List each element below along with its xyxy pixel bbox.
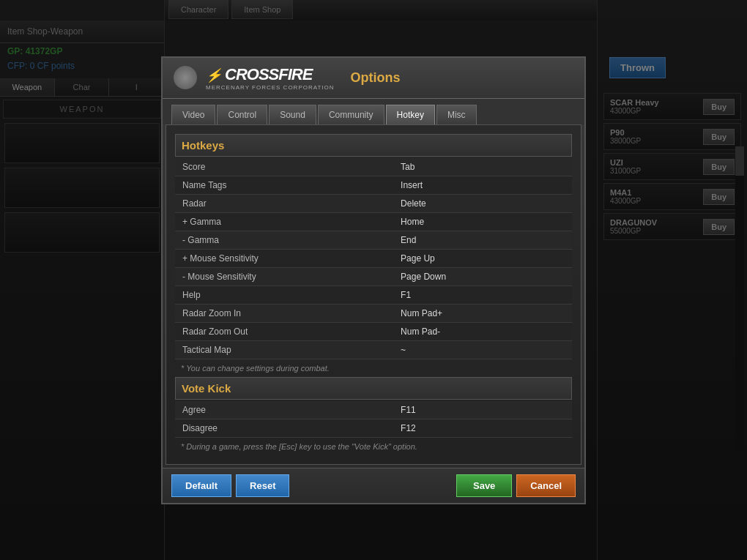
tab-video[interactable]: Video: [171, 105, 215, 124]
key-label: Num Pad+: [393, 304, 572, 322]
table-row: Tactical Map ~: [175, 340, 572, 359]
action-label: Disagree: [175, 419, 393, 437]
table-row: Name Tags Insert: [175, 176, 572, 194]
action-label: Radar: [175, 194, 393, 212]
action-label: + Mouse Sensitivity: [175, 249, 393, 267]
tab-sound[interactable]: Sound: [269, 105, 316, 124]
table-row: - Mouse Sensitivity Page Down: [175, 267, 572, 285]
hotkeys-note: * You can change settings during combat.: [175, 359, 572, 377]
table-row: Score Tab: [175, 158, 572, 176]
key-label: F11: [393, 401, 572, 419]
vote-kick-section-header: Vote Kick: [175, 377, 572, 400]
table-row: - Gamma End: [175, 231, 572, 249]
table-row: + Gamma Home: [175, 212, 572, 231]
action-label: Tactical Map: [175, 340, 393, 359]
key-label: F1: [393, 285, 572, 304]
key-label: Insert: [393, 176, 572, 194]
action-label: Help: [175, 285, 393, 304]
table-row: + Mouse Sensitivity Page Up: [175, 249, 572, 267]
key-label: F12: [393, 419, 572, 437]
key-label: Page Down: [393, 267, 572, 285]
action-label: Radar Zoom In: [175, 304, 393, 322]
dialog-header: ⚡ CROSSFIRE MERCENARY FORCES CORPORATION…: [163, 58, 584, 99]
dialog-title: Options: [351, 70, 401, 86]
action-label: - Mouse Sensitivity: [175, 267, 393, 285]
cancel-button[interactable]: Cancel: [516, 474, 576, 497]
action-label: Score: [175, 158, 393, 176]
key-label: Delete: [393, 194, 572, 212]
footer-left-buttons: Default Reset: [171, 474, 289, 497]
dialog-content: Hotkeys Score Tab Name Tags Insert Radar…: [166, 124, 581, 465]
save-button[interactable]: Save: [456, 474, 512, 497]
grenade-icon: [174, 66, 197, 89]
hotkeys-section-header: Hotkeys: [175, 134, 572, 157]
action-label: - Gamma: [175, 231, 393, 249]
table-row: Disagree F12: [175, 419, 572, 437]
cf-logo: CROSSFIRE: [225, 65, 312, 84]
options-dialog: ⚡ CROSSFIRE MERCENARY FORCES CORPORATION…: [161, 56, 586, 504]
tab-community[interactable]: Community: [318, 105, 384, 124]
table-row: Radar Delete: [175, 194, 572, 212]
default-button[interactable]: Default: [171, 474, 231, 497]
key-label: Num Pad-: [393, 322, 572, 340]
dialog-tabs: Video Control Sound Community Hotkey Mis…: [163, 99, 584, 124]
modal-overlay: ⚡ CROSSFIRE MERCENARY FORCES CORPORATION…: [0, 0, 747, 560]
action-label: Name Tags: [175, 176, 393, 194]
tab-misc[interactable]: Misc: [436, 105, 477, 124]
key-label: ~: [393, 340, 572, 359]
footer-right-buttons: Save Cancel: [456, 474, 576, 497]
tab-control[interactable]: Control: [217, 105, 267, 124]
action-label: + Gamma: [175, 212, 393, 231]
dialog-footer: Default Reset Save Cancel: [163, 468, 584, 503]
reset-button[interactable]: Reset: [236, 474, 289, 497]
table-row: Agree F11: [175, 401, 572, 419]
key-label: Home: [393, 212, 572, 231]
key-label: Page Up: [393, 249, 572, 267]
key-label: End: [393, 231, 572, 249]
cf-logo-subtitle: MERCENARY FORCES CORPORATION: [206, 84, 335, 91]
vote-kick-table: Agree F11 Disagree F12: [175, 401, 572, 438]
table-row: Help F1: [175, 285, 572, 304]
vote-kick-note: * During a game, press the [Esc] key to …: [175, 438, 572, 455]
table-row: Radar Zoom Out Num Pad-: [175, 322, 572, 340]
action-label: Agree: [175, 401, 393, 419]
tab-hotkey[interactable]: Hotkey: [386, 105, 435, 124]
key-label: Tab: [393, 158, 572, 176]
hotkeys-table: Score Tab Name Tags Insert Radar Delete …: [175, 158, 572, 359]
table-row: Radar Zoom In Num Pad+: [175, 304, 572, 322]
action-label: Radar Zoom Out: [175, 322, 393, 340]
